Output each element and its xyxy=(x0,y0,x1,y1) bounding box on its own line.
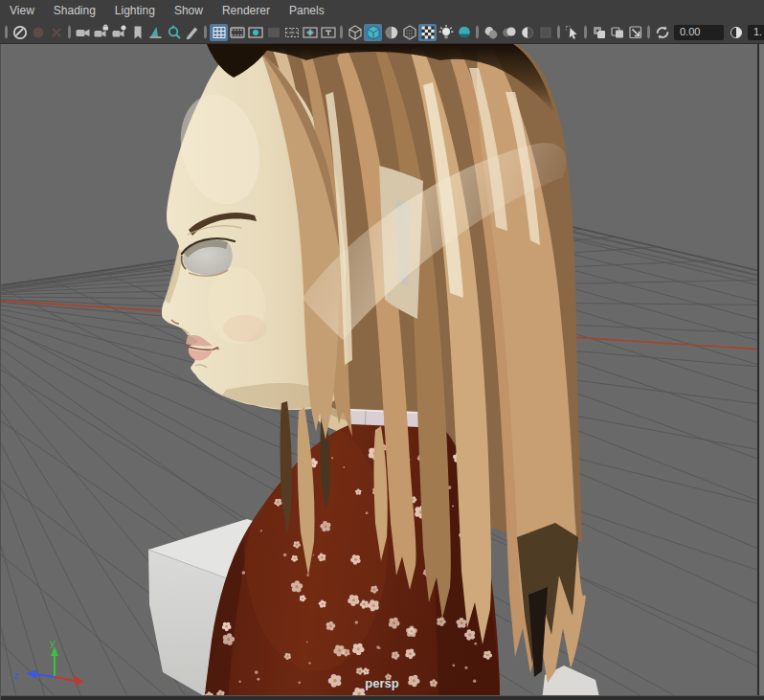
toolbar-separator xyxy=(647,25,650,39)
mouth-corner xyxy=(216,348,219,350)
viewport-border-bottom xyxy=(0,696,764,700)
lock-camera-icon[interactable] xyxy=(92,24,110,41)
circle-slash-icon[interactable] xyxy=(11,24,29,41)
panel-toolbar: 0.00 1. xyxy=(0,21,764,43)
cheek-blush xyxy=(223,315,267,342)
lighting-icon[interactable] xyxy=(437,24,455,41)
axis-z-label: z xyxy=(13,669,19,681)
character-girl[interactable] xyxy=(162,44,586,700)
panel-menu-bar: View Shading Lighting Show Renderer Pane… xyxy=(0,0,764,21)
wireframe-on-shaded-icon[interactable] xyxy=(400,24,418,41)
select-camera-icon[interactable] xyxy=(74,24,92,41)
perspective-viewport[interactable]: persp persp y z xyxy=(0,43,764,700)
axis-y-label: y xyxy=(50,637,56,648)
smooth-shade-icon[interactable] xyxy=(364,24,382,41)
menu-shading[interactable]: Shading xyxy=(44,0,105,21)
bookmark-icon[interactable] xyxy=(128,24,146,41)
viewport-border-bottom-hl xyxy=(0,695,764,696)
occlusion-icon[interactable] xyxy=(482,24,500,41)
toolbar-separator xyxy=(584,25,587,39)
toolbar-separator xyxy=(557,25,560,39)
grease-pencil-icon[interactable] xyxy=(183,24,201,41)
toolbar-separator xyxy=(340,25,343,39)
viewport-border-right xyxy=(757,44,759,700)
viewport-scene: persp persp y z xyxy=(0,44,764,700)
isolate-select-icon[interactable] xyxy=(563,24,581,41)
shadows-icon[interactable] xyxy=(455,24,473,41)
wireframe-icon[interactable] xyxy=(346,24,364,41)
menu-lighting[interactable]: Lighting xyxy=(105,0,165,21)
toolbar-separator xyxy=(68,25,71,39)
menu-panels[interactable]: Panels xyxy=(280,0,334,21)
svg-text:persp: persp xyxy=(365,676,398,690)
resolution-gate-icon[interactable] xyxy=(246,24,264,41)
safe-title-icon[interactable] xyxy=(319,24,337,41)
grid-icon[interactable] xyxy=(210,24,228,41)
xray-joints-icon[interactable] xyxy=(608,24,626,41)
toolbar-separator xyxy=(204,25,207,39)
toolbar-separator xyxy=(476,25,479,39)
viewport-border-left xyxy=(0,44,1,700)
film-gate-icon[interactable] xyxy=(228,24,246,41)
field-chart-icon[interactable] xyxy=(282,24,301,41)
toolbar-separator xyxy=(5,25,8,39)
disabled-close-icon[interactable] xyxy=(47,24,65,41)
menu-view[interactable]: View xyxy=(10,0,44,21)
menu-show[interactable]: Show xyxy=(165,0,213,21)
gamma-field[interactable]: 1. xyxy=(748,25,764,40)
textured-icon[interactable] xyxy=(418,24,437,41)
exposure-icon[interactable] xyxy=(653,24,671,41)
xray-active-components-icon[interactable] xyxy=(626,24,644,41)
gate-mask-icon[interactable] xyxy=(264,24,282,41)
safe-action-icon[interactable] xyxy=(301,24,319,41)
camera-attributes-icon[interactable] xyxy=(110,24,128,41)
gamma-icon[interactable] xyxy=(727,24,745,41)
exposure-field[interactable]: 0.00 xyxy=(674,25,724,40)
image-plane-icon[interactable] xyxy=(146,24,165,41)
menu-renderer[interactable]: Renderer xyxy=(213,0,280,21)
anti-aliasing-icon[interactable] xyxy=(518,24,536,41)
viewport-edge-right xyxy=(759,44,764,700)
xray-icon[interactable] xyxy=(590,24,608,41)
motion-blur-icon[interactable] xyxy=(500,24,518,41)
camera-label: persp persp xyxy=(365,676,399,691)
default-material-icon[interactable] xyxy=(382,24,400,41)
maya-viewport-panel: View Shading Lighting Show Renderer Pane… xyxy=(0,0,764,700)
disabled-sphere-icon[interactable] xyxy=(29,24,47,41)
pan-zoom-icon[interactable] xyxy=(165,24,183,41)
depth-of-field-icon[interactable] xyxy=(536,24,554,41)
